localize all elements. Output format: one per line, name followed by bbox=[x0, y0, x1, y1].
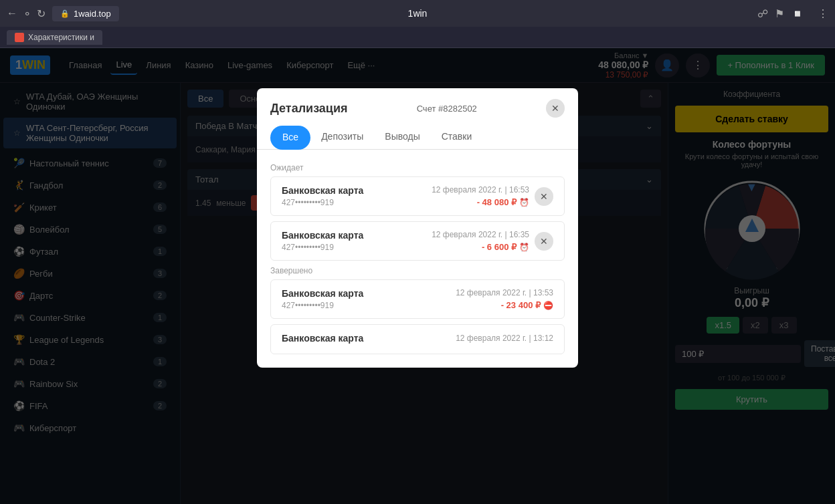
transaction-right-2: 12 февраля 2022 г. | 16:35 - 6 600 ₽ ⏰ ✕ bbox=[432, 230, 553, 252]
completed-section-label: Завершено bbox=[270, 266, 565, 275]
transaction-right-1: 12 февраля 2022 г. | 16:53 - 48 080 ₽ ⏰ … bbox=[432, 185, 553, 207]
transaction-name-3: Банковская карта bbox=[282, 288, 363, 299]
transaction-name-2: Банковская карта bbox=[282, 230, 363, 241]
pending-section-label: Ожидает bbox=[270, 163, 565, 172]
transaction-amount-1: - 48 080 ₽ bbox=[477, 197, 517, 207]
transaction-date-3: 12 февраля 2022 г. | 13:53 bbox=[456, 288, 553, 297]
browser-actions: ☍ ⚑ ◽ ⋮ bbox=[757, 7, 828, 20]
transaction-card-1-num: 427•••••••••919 bbox=[282, 198, 363, 207]
browser-title: 1win bbox=[408, 8, 428, 19]
refresh-button[interactable]: ↻ bbox=[37, 7, 45, 20]
menu-icon[interactable]: ⋮ bbox=[818, 7, 828, 20]
transaction-card-4: Банковская карта 12 февраля 2022 г. | 13… bbox=[270, 324, 565, 354]
transaction-info-2: 12 февраля 2022 г. | 16:35 - 6 600 ₽ ⏰ bbox=[432, 230, 529, 252]
transaction-date-2: 12 февраля 2022 г. | 16:35 bbox=[432, 230, 529, 239]
transaction-date-4: 12 февраля 2022 г. | 13:12 bbox=[456, 334, 553, 343]
lock-icon: 🔒 bbox=[60, 9, 70, 18]
transaction-name-1: Банковская карта bbox=[282, 185, 363, 196]
transaction-amount-2: - 6 600 ₽ bbox=[482, 242, 517, 252]
transaction-left-4: Банковская карта bbox=[282, 333, 363, 346]
transaction-left-3: Банковская карта 427•••••••••919 bbox=[282, 288, 363, 310]
modal-body: Ожидает Банковская карта 427•••••••••919… bbox=[257, 150, 578, 368]
amount-row-1: - 48 080 ₽ ⏰ bbox=[477, 197, 529, 207]
transaction-left-2: Банковская карта 427•••••••••919 bbox=[282, 230, 363, 252]
modal-tab-withdrawals[interactable]: Выводы bbox=[374, 126, 430, 149]
transaction-card-2: Банковская карта 427•••••••••919 12 февр… bbox=[270, 221, 565, 261]
modal-header: Детализация Счет #8282502 ✕ bbox=[257, 88, 578, 126]
amount-row-3: - 23 400 ₽ ⛔ bbox=[501, 300, 553, 310]
clock-icon-1: ⏰ bbox=[519, 198, 529, 207]
transaction-name-4: Банковская карта bbox=[282, 333, 363, 344]
transaction-info-3: 12 февраля 2022 г. | 13:53 - 23 400 ₽ ⛔ bbox=[456, 288, 553, 310]
transaction-card-3-num: 427•••••••••919 bbox=[282, 301, 363, 310]
modal-tabs: Все Депозиты Выводы Ставки bbox=[257, 126, 578, 150]
bookmark-icon[interactable]: ⚑ bbox=[775, 7, 784, 20]
active-tab[interactable]: Характеристики и bbox=[7, 30, 102, 45]
browser-controls: ← ⚬ ↻ bbox=[7, 7, 45, 20]
transaction-left-1: Банковская карта 427•••••••••919 bbox=[282, 185, 363, 207]
transaction-card-1: Банковская карта 427•••••••••919 12 февр… bbox=[270, 176, 565, 216]
modal-account: Счет #8282502 bbox=[417, 104, 477, 114]
amount-row-2: - 6 600 ₽ ⏰ bbox=[482, 242, 529, 252]
share-icon[interactable]: ☍ bbox=[757, 7, 768, 20]
modal-title: Детализация bbox=[270, 102, 348, 116]
url-text: 1waid.top bbox=[74, 9, 111, 19]
clock-icon-2: ⏰ bbox=[519, 243, 529, 252]
tab-favicon bbox=[15, 33, 24, 42]
modal: Детализация Счет #8282502 ✕ Все Депозиты… bbox=[257, 88, 578, 368]
back-button[interactable]: ← bbox=[7, 7, 17, 19]
transaction-info-1: 12 февраля 2022 г. | 16:53 - 48 080 ₽ ⏰ bbox=[432, 185, 529, 207]
browser-url[interactable]: 🔒 1waid.top bbox=[52, 6, 119, 21]
transaction-close-1[interactable]: ✕ bbox=[535, 187, 553, 206]
error-icon-3: ⛔ bbox=[543, 301, 553, 310]
extensions-icon[interactable]: ◽ bbox=[791, 7, 804, 20]
tab-bar: Характеристики и bbox=[0, 27, 835, 48]
transaction-amount-3: - 23 400 ₽ bbox=[501, 300, 541, 310]
user-button[interactable]: ⚬ bbox=[23, 7, 31, 20]
transaction-card-2-num: 427•••••••••919 bbox=[282, 243, 363, 252]
transaction-close-2[interactable]: ✕ bbox=[535, 232, 553, 251]
modal-tab-all[interactable]: Все bbox=[270, 126, 310, 150]
transaction-date-1: 12 февраля 2022 г. | 16:53 bbox=[432, 185, 529, 195]
browser-bar: ← ⚬ ↻ 🔒 1waid.top 1win ☍ ⚑ ◽ ⋮ bbox=[0, 0, 835, 27]
modal-tab-deposits[interactable]: Депозиты bbox=[310, 126, 374, 149]
transaction-info-4: 12 февраля 2022 г. | 13:12 bbox=[456, 334, 553, 346]
transaction-card-3: Банковская карта 427•••••••••919 12 февр… bbox=[270, 279, 565, 319]
tab-label: Характеристики и bbox=[28, 33, 94, 42]
modal-close-button[interactable]: ✕ bbox=[546, 99, 565, 118]
modal-tab-bets[interactable]: Ставки bbox=[431, 126, 483, 149]
modal-overlay[interactable]: Детализация Счет #8282502 ✕ Все Депозиты… bbox=[0, 48, 835, 504]
